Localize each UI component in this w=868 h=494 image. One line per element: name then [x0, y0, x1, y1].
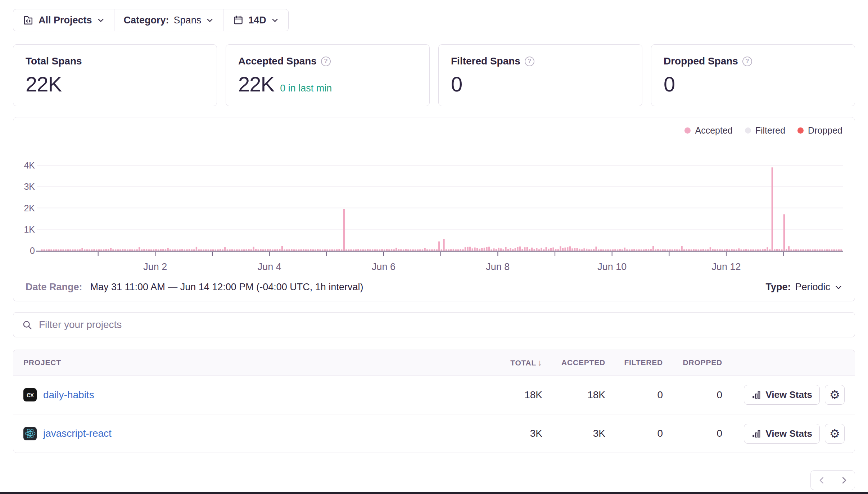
svg-text:4K: 4K — [24, 160, 35, 170]
stat-card-value: 22K — [238, 72, 274, 96]
chevron-down-icon — [206, 16, 214, 24]
filtered-value: 0 — [605, 428, 663, 439]
svg-text:1K: 1K — [24, 224, 35, 234]
help-icon[interactable]: ? — [742, 57, 752, 66]
react-platform-icon — [23, 427, 37, 440]
stat-card-title: Dropped Spans — [664, 55, 738, 67]
svg-text:3K: 3K — [24, 181, 35, 192]
chevron-right-icon — [839, 476, 849, 485]
projects-table: PROJECT TOTAL↓ ACCEPTED FILTERED DROPPED… — [13, 350, 855, 453]
svg-text:Jun 10: Jun 10 — [597, 261, 627, 272]
svg-text:0: 0 — [30, 246, 35, 256]
chart-legend: AcceptedFilteredDropped — [684, 125, 842, 136]
gear-icon: ⚙ — [829, 389, 840, 401]
accepted-value: 3K — [542, 428, 605, 439]
previous-page-button[interactable] — [810, 470, 833, 490]
table-row: ex daily-habits 18K 18K 0 0 View Stats ⚙ — [13, 376, 855, 414]
column-header-total[interactable]: TOTAL↓ — [485, 358, 542, 368]
filters-toolbar: All Projects Category: Spans 14D — [13, 9, 289, 31]
help-icon[interactable]: ? — [321, 57, 331, 66]
help-icon[interactable]: ? — [525, 57, 534, 66]
search-icon — [22, 320, 32, 330]
stat-card-accepted-spans: Accepted Spans ? 22K 0 in last min — [226, 44, 430, 106]
date-period-value: 14D — [248, 15, 266, 26]
chevron-down-icon — [835, 283, 842, 291]
svg-text:Jun 6: Jun 6 — [372, 261, 395, 272]
express-platform-icon: ex — [23, 388, 37, 401]
total-value: 18K — [485, 389, 542, 401]
date-range-value: May 31 11:00 AM — Jun 14 12:00 PM (-04:0… — [90, 282, 363, 293]
legend-item-accepted: Accepted — [684, 125, 732, 136]
category-selector[interactable]: Category: Spans — [114, 9, 223, 31]
gear-icon: ⚙ — [829, 428, 840, 440]
filtered-value: 0 — [605, 389, 663, 401]
project-selector[interactable]: All Projects — [13, 9, 114, 31]
project-link[interactable]: javascript-react — [43, 428, 112, 439]
legend-dot — [684, 127, 691, 134]
chevron-down-icon — [271, 16, 279, 24]
react-logo — [25, 428, 36, 439]
column-header-filtered[interactable]: FILTERED — [605, 358, 663, 367]
spans-chart: AcceptedFilteredDropped 01K2K3K4KJun 2Ju… — [13, 117, 855, 273]
project-filter — [13, 312, 855, 337]
view-stats-button[interactable]: View Stats — [744, 424, 820, 444]
spans-chart-svg: 01K2K3K4KJun 2Jun 4Jun 6Jun 8Jun 10Jun 1… — [13, 128, 854, 273]
stat-card-title: Accepted Spans — [238, 55, 317, 67]
dropped-value: 0 — [663, 389, 722, 401]
accepted-value: 18K — [542, 389, 605, 401]
table-row: javascript-react 3K 3K 0 0 View Stats ⚙ — [13, 414, 855, 453]
stat-cards: Total Spans 22K Accepted Spans ? 22K 0 i… — [13, 44, 855, 106]
stat-card-subtext: 0 in last min — [280, 83, 332, 94]
chevron-down-icon — [97, 16, 105, 24]
category-label: Category: — [124, 15, 169, 26]
usage-chart-panel: AcceptedFilteredDropped 01K2K3K4KJun 2Ju… — [13, 117, 855, 301]
pagination — [13, 470, 855, 494]
bar-chart-icon — [751, 429, 761, 439]
column-header-dropped[interactable]: DROPPED — [663, 358, 722, 367]
legend-item-filtered: Filtered — [745, 125, 785, 136]
projects-table-header: PROJECT TOTAL↓ ACCEPTED FILTERED DROPPED — [13, 350, 855, 376]
type-label: Type: — [765, 282, 791, 293]
type-selector[interactable]: Type: Periodic — [765, 282, 842, 293]
project-link[interactable]: daily-habits — [43, 389, 94, 401]
svg-text:Jun 8: Jun 8 — [486, 261, 510, 272]
stat-card-value: 0 — [451, 72, 462, 96]
column-header-accepted[interactable]: ACCEPTED — [542, 358, 605, 367]
stat-card-dropped-spans: Dropped Spans ? 0 — [651, 44, 855, 106]
stat-card-value: 22K — [26, 72, 62, 96]
svg-text:Jun 2: Jun 2 — [143, 261, 167, 272]
stat-card-value: 0 — [664, 72, 675, 96]
date-range-label: Date Range: — [26, 282, 82, 293]
date-range-row: Date Range: May 31 11:00 AM — Jun 14 12:… — [13, 273, 855, 301]
svg-text:2K: 2K — [24, 203, 35, 213]
stat-card-total-spans: Total Spans 22K — [13, 44, 217, 106]
chevron-left-icon — [817, 476, 827, 485]
project-selector-label: All Projects — [39, 15, 92, 26]
legend-item-dropped: Dropped — [797, 125, 842, 136]
sort-descending-icon: ↓ — [538, 358, 542, 367]
stats-page: All Projects Category: Spans 14D Total S… — [0, 0, 868, 494]
date-period-selector[interactable]: 14D — [223, 9, 288, 31]
total-value: 3K — [485, 428, 542, 439]
project-settings-button[interactable]: ⚙ — [825, 385, 845, 405]
dropped-value: 0 — [663, 428, 722, 439]
next-page-button[interactable] — [833, 470, 855, 490]
svg-text:Jun 12: Jun 12 — [712, 261, 741, 272]
bottom-bar — [0, 492, 868, 494]
view-stats-button[interactable]: View Stats — [744, 385, 820, 405]
project-filter-input[interactable] — [39, 319, 846, 331]
bar-chart-icon — [751, 390, 761, 400]
category-value: Spans — [174, 15, 202, 26]
legend-dot — [797, 127, 804, 134]
projects-icon — [23, 15, 34, 26]
svg-text:Jun 4: Jun 4 — [258, 261, 281, 272]
legend-dot — [745, 127, 751, 134]
stat-card-title: Filtered Spans — [451, 55, 520, 67]
stat-card-filtered-spans: Filtered Spans ? 0 — [438, 44, 642, 106]
calendar-icon — [233, 15, 244, 26]
stat-card-title: Total Spans — [26, 55, 82, 67]
column-header-project: PROJECT — [23, 358, 485, 367]
project-settings-button[interactable]: ⚙ — [825, 424, 845, 444]
project-rows: ex daily-habits 18K 18K 0 0 View Stats ⚙… — [13, 376, 855, 453]
type-value: Periodic — [795, 282, 830, 293]
